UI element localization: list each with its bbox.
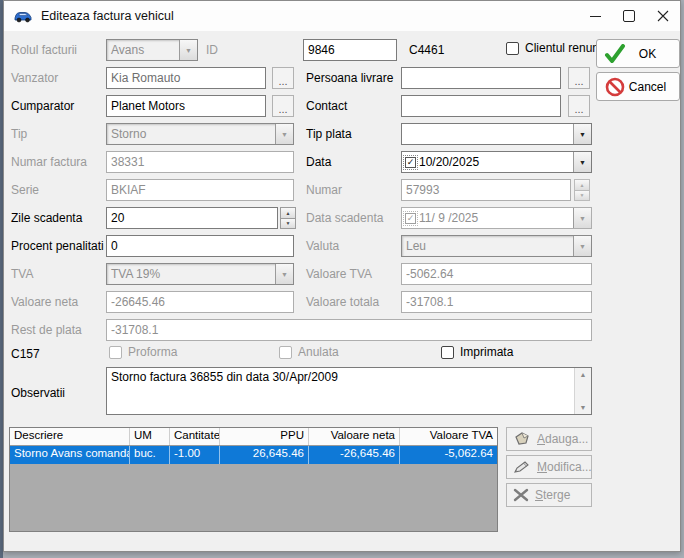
close-button[interactable] — [646, 1, 680, 31]
tip-plata-combo[interactable]: ▼ — [401, 123, 592, 145]
valuta-combo: Leu ▼ — [401, 235, 592, 257]
minimize-button[interactable] — [578, 1, 612, 31]
modifica-button: Modifica... — [506, 455, 592, 479]
proforma-label: Proforma — [128, 345, 177, 359]
maximize-icon — [623, 10, 635, 22]
c157-label: C157 — [11, 347, 40, 361]
cell-valoare-tva: -5,062.64 — [400, 446, 497, 464]
vanzator-label: Vanzator — [11, 71, 58, 85]
chevron-down-icon: ▼ — [275, 264, 293, 284]
observatii-scrollbar[interactable]: ▲ ▼ — [574, 368, 591, 414]
imprimata-checkbox[interactable]: Imprimata — [441, 345, 513, 359]
cell-um: buc. — [130, 446, 170, 464]
serie-field — [106, 179, 294, 201]
data-label: Data — [306, 155, 331, 169]
spin-down-icon: ▼ — [574, 191, 590, 202]
persoana-livrare-browse-button[interactable]: ... — [568, 67, 590, 89]
tip-plata-label: Tip plata — [306, 127, 352, 141]
data-datepicker[interactable]: ✓ 10/20/2025 ▼ — [401, 151, 592, 173]
valuta-value: Leu — [402, 239, 573, 253]
chevron-down-icon[interactable]: ▼ — [573, 152, 591, 172]
tva-label: TVA — [11, 267, 33, 281]
chevron-down-icon: ▼ — [573, 208, 591, 228]
chevron-down-icon: ▼ — [275, 124, 293, 144]
tip-combo: Storno ▼ — [106, 123, 294, 145]
persoana-livrare-label: Persoana livrare — [306, 71, 393, 85]
checkbox-box — [506, 42, 519, 55]
rest-de-plata-field — [106, 319, 592, 341]
valoare-neta-label: Valoare neta — [11, 295, 78, 309]
ellipsis-icon: ... — [574, 102, 583, 116]
header-um: UM — [130, 428, 170, 445]
tip-value: Storno — [107, 127, 275, 141]
header-valoare-neta: Valoare neta — [309, 428, 400, 445]
adauga-label: Adauga... — [537, 432, 588, 446]
cancel-button[interactable]: Cancel — [596, 72, 680, 101]
close-icon — [657, 10, 669, 22]
observatii-textarea[interactable]: Storno factura 36855 din data 30/Apr/200… — [106, 367, 592, 415]
numar-field — [401, 179, 571, 201]
contact-field[interactable] — [401, 95, 561, 117]
maximize-button[interactable] — [612, 1, 646, 31]
numar-label: Numar — [306, 183, 342, 197]
cell-ppu: 26,645.46 — [220, 446, 309, 464]
valoare-totala-field — [401, 291, 592, 313]
spin-up-icon: ▲ — [280, 207, 296, 219]
chevron-down-icon: ▼ — [573, 124, 591, 144]
procent-penalitati-label: Procent penalitati — [11, 239, 104, 253]
cancel-prohibition-icon — [604, 77, 626, 97]
scroll-down-icon: ▼ — [580, 401, 587, 414]
vanzator-field[interactable] — [106, 67, 266, 89]
ok-label: OK — [626, 47, 669, 61]
valoare-totala-label: Valoare totala — [306, 295, 379, 309]
spin-down-icon: ▼ — [280, 219, 296, 230]
vanzator-browse-button[interactable]: ... — [272, 67, 294, 89]
date-checkbox[interactable]: ✓ — [405, 157, 416, 168]
clientul-renunt-checkbox[interactable]: Clientul renunt — [506, 41, 602, 55]
table-header-row: Descriere UM Cantitate PPU Valoare neta … — [10, 428, 497, 446]
rolul-facturii-combo: Avans ▼ — [106, 39, 198, 61]
numar-factura-field — [106, 151, 294, 173]
data-scadenta-datepicker: ✓ 11/ 9 /2025 ▼ — [401, 207, 592, 229]
anulata-checkbox: Anulata — [279, 345, 339, 359]
cumparator-field[interactable] — [106, 95, 266, 117]
date-checkbox: ✓ — [405, 213, 416, 224]
zile-scadenta-field[interactable] — [106, 207, 278, 229]
persoana-livrare-field[interactable] — [401, 67, 561, 89]
window-controls — [578, 1, 680, 31]
contact-label: Contact — [306, 99, 347, 113]
header-cantitate: Cantitate — [170, 428, 220, 445]
cell-valoare-neta: -26,645.46 — [309, 446, 400, 464]
id-field[interactable] — [303, 39, 397, 61]
valoare-tva-label: Valoare TVA — [306, 267, 372, 281]
scroll-up-icon: ▲ — [580, 368, 587, 381]
tip-label: Tip — [11, 127, 27, 141]
data-scadenta-label: Data scadenta — [306, 211, 383, 225]
minimize-icon — [590, 16, 601, 17]
table-row[interactable]: Storno Avans comanda buc. -1.00 26,645.4… — [10, 446, 497, 464]
zile-scadenta-spinner[interactable]: ▲ ▼ — [280, 207, 296, 229]
edit-invoice-dialog: Editeaza factura vehicul Rolul facturii … — [3, 0, 681, 552]
window-title: Editeaza factura vehicul — [41, 9, 174, 23]
serie-label: Serie — [11, 183, 39, 197]
ok-button[interactable]: OK — [596, 39, 680, 68]
data-scadenta-value: 11/ 9 /2025 — [416, 211, 573, 225]
sterge-label: Sterge — [535, 488, 570, 502]
observatii-label: Observatii — [11, 386, 65, 400]
contact-browse-button[interactable]: ... — [568, 95, 590, 117]
procent-penalitati-field[interactable] — [106, 235, 294, 257]
rest-de-plata-label: Rest de plata — [11, 323, 82, 337]
id-code-label: C4461 — [409, 43, 444, 57]
modifica-label: Modifica... — [537, 460, 592, 474]
imprimata-label: Imprimata — [460, 345, 513, 359]
tva-value: TVA 19% — [107, 267, 275, 281]
rolul-facturii-value: Avans — [107, 43, 179, 57]
anulata-label: Anulata — [298, 345, 339, 359]
edit-pencil-icon — [513, 459, 531, 475]
cell-descriere: Storno Avans comanda — [10, 446, 130, 464]
chevron-down-icon: ▼ — [179, 40, 197, 60]
header-descriere: Descriere — [10, 428, 130, 445]
sterge-button: Sterge — [506, 483, 592, 507]
cumparator-browse-button[interactable]: ... — [272, 95, 294, 117]
car-icon — [13, 9, 33, 23]
